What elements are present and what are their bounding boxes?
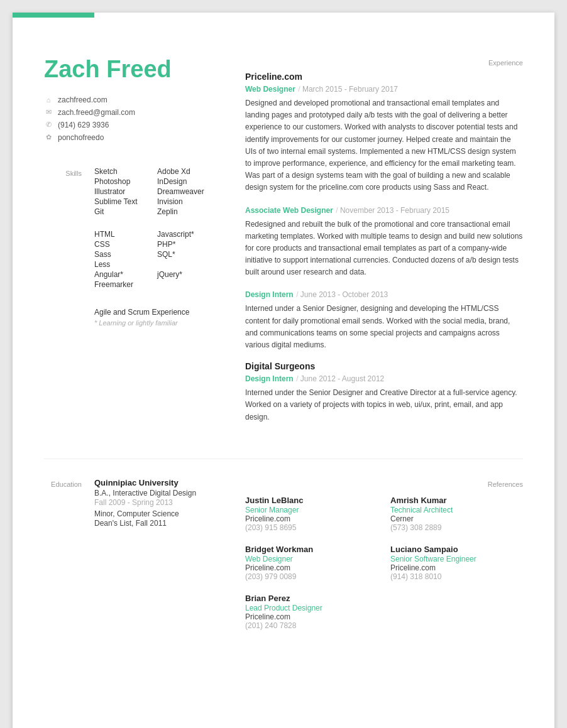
edu-degree: B.A., Interactive Digital Design	[94, 489, 196, 497]
ref-phone-amrish: (573) 308 2889	[390, 523, 523, 532]
ref-name-brian: Brian Perez	[245, 594, 378, 603]
ref-role-amrish: Technical Architect	[390, 506, 523, 514]
job-intern-ds: Design Intern / June 2012 - August 2012 …	[245, 372, 523, 423]
skill-sketch: Sketch	[94, 167, 151, 176]
contact-list: ⌂ zachfreed.com ✉ zach.freed@gmail.com ✆…	[44, 95, 214, 142]
company-priceline: Priceline.com Web Designer / March 2015 …	[245, 72, 523, 351]
references-section: References Justin LeBlanc Senior Manager…	[233, 478, 523, 630]
job-desc-intern-priceline: Interned under a Senior Designer, design…	[245, 303, 523, 351]
agile-text: Agile and Scrum Experience	[94, 308, 214, 317]
skill-git: Git	[94, 207, 151, 216]
ref-brian-perez: Brian Perez Lead Product Designer Pricel…	[245, 594, 378, 630]
ref-role-justin: Senior Manager	[245, 506, 378, 514]
ref-role-brian: Lead Product Designer	[245, 604, 378, 612]
edu-honors: Dean's List, Fall 2011	[94, 519, 196, 528]
contact-social: ✿ ponchofreedo	[44, 133, 214, 142]
skill-adobexd: Adobe Xd	[157, 167, 214, 176]
ref-role-luciano: Senior Software Engineer	[390, 555, 523, 563]
company-digital-surgeons: Digital Surgeons Design Intern / June 20…	[245, 361, 523, 423]
bottom-section: Education Quinnipiac University B.A., In…	[44, 459, 523, 630]
job-date-assoc: November 2013 - February 2015	[340, 206, 449, 215]
ref-company-justin: Priceline.com	[245, 514, 378, 523]
ref-luciano-sampaio: Luciano Sampaio Senior Software Engineer…	[390, 545, 523, 581]
code-skills-grid: HTML Javascript* CSS PHP* Sass SQL* Less…	[94, 230, 214, 289]
skill-javascript: Javascript*	[157, 230, 214, 239]
ref-company-luciano: Priceline.com	[390, 563, 523, 572]
ref-company-bridget: Priceline.com	[245, 563, 378, 572]
education-section: Education Quinnipiac University B.A., In…	[44, 478, 233, 630]
skill-dreamweaver: Dreamweaver	[157, 187, 214, 196]
ref-name-amrish: Amrish Kumar	[390, 496, 523, 505]
skills-note: * Learning or lightly familiar	[94, 319, 214, 327]
skill-empty1	[157, 260, 214, 269]
ref-phone-justin: (203) 915 8695	[245, 523, 378, 532]
ref-name-justin: Justin LeBlanc	[245, 496, 378, 505]
job-desc-intern-ds: Interned under the Senior Designer and C…	[245, 387, 523, 423]
skill-css: CSS	[94, 240, 151, 249]
main-layout: Zach Freed ⌂ zachfreed.com ✉ zach.freed@…	[44, 50, 523, 433]
job-assoc-webdesigner: Associate Web Designer / November 2013 -…	[245, 204, 523, 279]
job-date-webdesigner: March 2015 - February 2017	[302, 85, 398, 94]
university-name: Quinnipiac University	[94, 478, 196, 487]
contact-email: ✉ zach.freed@gmail.com	[44, 108, 214, 117]
education-label: Education	[51, 481, 82, 488]
job-intern-priceline: Design Intern / June 2013 - October 2013…	[245, 288, 523, 351]
right-column: Experience Priceline.com Web Designer / …	[233, 50, 523, 433]
accent-bar-top	[13, 13, 94, 18]
skill-zeplin: Zeplin	[157, 207, 214, 216]
edu-dates: Fall 2009 - Spring 2013	[94, 498, 196, 507]
company-name-priceline: Priceline.com	[245, 72, 523, 82]
references-label: References	[488, 481, 523, 488]
ref-phone-brian: (201) 240 7828	[245, 621, 378, 630]
ref-phone-luciano: (914) 318 8010	[390, 572, 523, 581]
company-name-ds: Digital Surgeons	[245, 361, 523, 371]
job-title-intern-ds: Design Intern	[245, 374, 294, 383]
ref-bridget-workman: Bridget Workman Web Designer Priceline.c…	[245, 545, 378, 581]
skill-illustrator: Illustrator	[94, 187, 151, 196]
ref-company-amrish: Cerner	[390, 514, 523, 523]
skill-photoshop: Photoshop	[94, 177, 151, 186]
skill-less: Less	[94, 260, 151, 269]
job-web-designer: Web Designer / March 2015 - February 201…	[245, 83, 523, 194]
phone-icon: ✆	[44, 121, 53, 129]
contact-phone: ✆ (914) 629 3936	[44, 121, 214, 129]
skill-freemarker: Freemarker	[94, 280, 151, 289]
references-grid: Justin LeBlanc Senior Manager Priceline.…	[245, 496, 523, 630]
ref-company-brian: Priceline.com	[245, 612, 378, 621]
skills-label: Skills	[65, 170, 82, 177]
edu-minor: Minor, Computer Science	[94, 509, 196, 518]
job-title-assoc: Associate Web Designer	[245, 206, 333, 215]
globe-icon: ✿	[44, 133, 53, 142]
skill-invision: Invision	[157, 197, 214, 206]
ref-name-bridget: Bridget Workman	[245, 545, 378, 554]
ref-amrish-kumar: Amrish Kumar Technical Architect Cerner …	[390, 496, 523, 532]
job-desc-assoc: Redesigned and rebuilt the bulk of the p…	[245, 219, 523, 279]
skill-php: PHP*	[157, 240, 214, 249]
skill-angular: Angular*	[94, 270, 151, 279]
skill-sublimetext: Sublime Text	[94, 197, 151, 206]
person-name: Zach Freed	[44, 57, 214, 83]
job-title-intern-priceline: Design Intern	[245, 290, 294, 299]
experience-label: Experience	[488, 59, 523, 67]
job-desc-webdesigner: Designed and developed promotional and t…	[245, 97, 523, 194]
education-content: Quinnipiac University B.A., Interactive …	[94, 478, 196, 630]
resume-page: Zach Freed ⌂ zachfreed.com ✉ zach.freed@…	[13, 13, 554, 728]
email-icon: ✉	[44, 108, 53, 117]
design-tools-grid: Sketch Adobe Xd Photoshop InDesign Illus…	[94, 167, 214, 216]
ref-phone-bridget: (203) 979 0089	[245, 572, 378, 581]
contact-website: ⌂ zachfreed.com	[44, 95, 214, 104]
skill-empty2	[157, 280, 214, 289]
home-icon: ⌂	[44, 95, 53, 104]
skill-sql: SQL*	[157, 250, 214, 259]
skill-jquery: jQuery*	[157, 270, 214, 279]
skill-sass: Sass	[94, 250, 151, 259]
job-date-intern-priceline: June 2013 - October 2013	[300, 290, 388, 299]
job-date-intern-ds: June 2012 - August 2012	[300, 374, 384, 383]
ref-role-bridget: Web Designer	[245, 555, 378, 563]
ref-justin-leblanc: Justin LeBlanc Senior Manager Priceline.…	[245, 496, 378, 532]
job-title-webdesigner: Web Designer	[245, 85, 295, 94]
left-column: Zach Freed ⌂ zachfreed.com ✉ zach.freed@…	[44, 50, 233, 433]
ref-name-luciano: Luciano Sampaio	[390, 545, 523, 554]
skill-html: HTML	[94, 230, 151, 239]
skill-indesign: InDesign	[157, 177, 214, 186]
